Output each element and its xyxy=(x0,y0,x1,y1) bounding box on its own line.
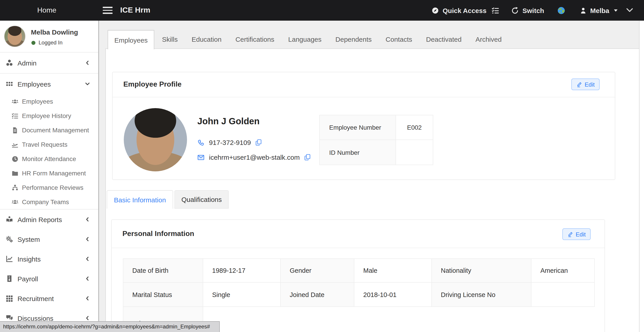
personal-information-table: Date of Birth 1989-12-17 Gender Male Nat… xyxy=(123,258,595,332)
table-value-cell: 1989-12-17 xyxy=(203,259,281,283)
card-header: Personal Information Edit xyxy=(112,220,604,248)
user-menu[interactable]: Melba xyxy=(580,0,617,21)
users-icon xyxy=(12,98,18,105)
table-value-cell: American xyxy=(532,259,595,283)
employee-id-table: Employee Number E002 ID Number xyxy=(319,115,433,165)
sidebar-subitem-monitor-attendance[interactable]: Monitor Attendance xyxy=(0,152,98,166)
login-status: Logged In xyxy=(32,40,62,46)
employee-email: icehrm+user1@web-stalk.com xyxy=(209,153,300,161)
sidebar-item-label: Recruitment xyxy=(18,294,54,302)
card-title: Employee Profile xyxy=(123,80,182,88)
subtab-basic-information[interactable]: Basic Information xyxy=(107,190,173,209)
tab-education[interactable]: Education xyxy=(185,30,228,49)
profile-name: Melba Dowling xyxy=(31,28,78,36)
sidebar-subitem-employee-history[interactable]: Employee History xyxy=(0,109,98,123)
sidebar-item-system[interactable]: System xyxy=(0,229,98,249)
sidebar-subitem-performance-reviews[interactable]: Performance Reviews xyxy=(0,180,98,195)
tab-dependents[interactable]: Dependents xyxy=(329,30,378,49)
chevron-left-icon xyxy=(85,315,90,321)
sidebar-item-label: Admin xyxy=(18,59,36,67)
clock-icon xyxy=(12,155,18,162)
sidebar-item-admin[interactable]: Admin xyxy=(0,53,98,73)
sidebar-item-label: Document Management xyxy=(22,127,89,134)
sidebar-item-label: HR Form Management xyxy=(22,170,86,177)
copy-icon[interactable] xyxy=(256,139,262,146)
table-value-cell xyxy=(532,283,595,307)
scrollbar-track[interactable] xyxy=(639,21,644,332)
chevron-left-icon xyxy=(85,276,90,281)
switch-button[interactable]: Switch xyxy=(511,0,544,21)
app-title: ICE Hrm xyxy=(120,0,150,21)
sidebar-subitem-employees[interactable]: Employees xyxy=(0,94,98,109)
sidebar-item-label: Discussions xyxy=(18,314,53,322)
copy-icon[interactable] xyxy=(304,154,311,161)
main-content: Employees Skills Education Certification… xyxy=(99,21,644,332)
tab-deactivated[interactable]: Deactivated xyxy=(420,30,468,49)
tab-contacts[interactable]: Contacts xyxy=(380,30,418,49)
pencil-icon xyxy=(576,81,582,87)
sidebar-item-insights[interactable]: Insights xyxy=(0,249,98,269)
edit-profile-button[interactable]: Edit xyxy=(571,79,600,90)
employee-phone-row: 917-372-9109 xyxy=(197,139,262,146)
employee-profile-card: Employee Profile Edit John J Golden xyxy=(112,72,615,180)
tab-content-panel: Employee Profile Edit John J Golden xyxy=(106,49,640,332)
nav-home-link[interactable]: Home xyxy=(37,0,56,21)
tab-skills[interactable]: Skills xyxy=(156,30,184,49)
hamburger-menu-icon[interactable] xyxy=(103,0,112,21)
chevron-down-icon xyxy=(626,8,633,13)
gears-icon xyxy=(6,235,13,243)
card-header: Employee Profile Edit xyxy=(112,72,615,97)
table-value-cell: E002 xyxy=(396,115,433,140)
table-value-cell xyxy=(396,140,433,165)
topbar-collapse-button[interactable] xyxy=(626,0,633,21)
table-value-cell: Single xyxy=(203,283,281,307)
sidebar-subitem-travel-requests[interactable]: Travel Requests xyxy=(0,137,98,152)
sidebar-item-admin-reports[interactable]: Admin Reports xyxy=(0,209,98,229)
table-label-cell: Employee Number xyxy=(320,115,396,140)
card-title: Personal Information xyxy=(122,230,194,238)
sidebar-item-label: Company Teams xyxy=(22,198,69,205)
caret-down-icon xyxy=(614,9,617,12)
quick-access-label: Quick Access xyxy=(443,7,486,14)
tab-archived[interactable]: Archived xyxy=(469,30,508,49)
employee-name: John J Golden xyxy=(197,116,260,127)
topbar: Home ICE Hrm Quick Access Switch xyxy=(0,0,644,21)
sidebar-subitem-document-management[interactable]: Document Management xyxy=(0,123,98,137)
table-value-cell xyxy=(203,307,595,332)
sidebar-subitem-hr-form-management[interactable]: HR Form Management xyxy=(0,166,98,180)
sidebar-item-employees-section[interactable]: Employees xyxy=(0,74,98,94)
tab-certifications[interactable]: Certifications xyxy=(229,30,280,49)
table-label-cell: Date of Birth xyxy=(123,259,203,283)
language-globe-button[interactable] xyxy=(557,0,566,21)
switch-icon xyxy=(511,7,519,14)
folder-icon xyxy=(12,170,18,177)
tasks-button[interactable] xyxy=(492,0,499,21)
tab-employees[interactable]: Employees xyxy=(108,30,154,49)
subtab-qualifications[interactable]: Qualifications xyxy=(174,190,229,209)
quick-access-button[interactable]: Quick Access xyxy=(432,0,486,21)
sidebar-item-label: Employees xyxy=(18,80,51,88)
sidebar-item-payroll[interactable]: Payroll xyxy=(0,269,98,288)
chevron-left-icon xyxy=(85,236,90,242)
table-label-cell: Marital Status xyxy=(123,283,203,307)
sidebar-item-label: Insights xyxy=(18,255,40,263)
chevron-left-icon xyxy=(85,256,90,261)
status-dot-icon xyxy=(32,41,36,45)
edit-personal-info-button[interactable]: Edit xyxy=(562,228,591,240)
table-label-cell: Driving License No xyxy=(432,283,532,307)
chart-line-icon xyxy=(6,255,13,262)
sidebar-item-label: Payroll xyxy=(18,275,38,282)
comments-icon xyxy=(6,314,13,322)
sidebar-subitem-company-teams[interactable]: Company Teams xyxy=(0,195,98,209)
edit-label: Edit xyxy=(576,231,586,238)
page: Home ICE Hrm Quick Access Switch xyxy=(0,0,644,332)
table-value-cell: 2018-10-01 xyxy=(354,283,432,307)
phone-icon xyxy=(197,139,204,146)
grid-icon xyxy=(6,80,13,88)
tab-languages[interactable]: Languages xyxy=(282,30,328,49)
personal-information-card: Personal Information Edit Date of Birth … xyxy=(111,219,605,332)
sidebar-item-recruitment[interactable]: Recruitment xyxy=(0,288,98,308)
globe-icon xyxy=(557,6,566,15)
avatar xyxy=(4,26,26,47)
cubes-icon xyxy=(6,59,13,66)
